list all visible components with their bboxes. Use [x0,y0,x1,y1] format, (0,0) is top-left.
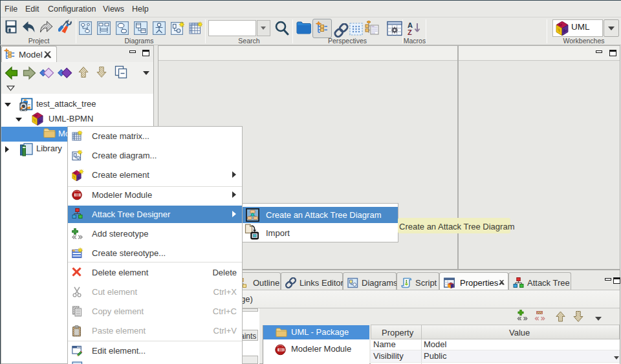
svg-text:Z: Z [408,28,412,36]
